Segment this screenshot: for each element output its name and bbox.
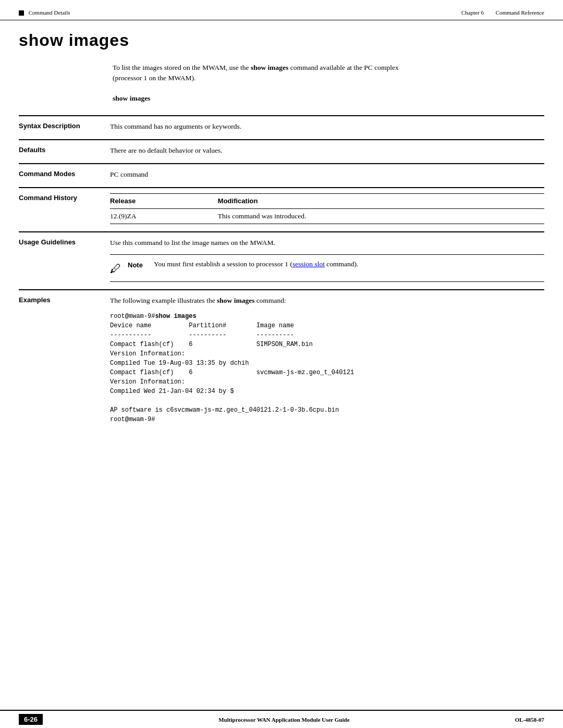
command-history-content: Release Modification 12.(9)ZAThis comman… — [110, 193, 544, 224]
syntax-description-content: This command has no arguments or keyword… — [110, 121, 544, 132]
modification-cell: This command was introduced. — [218, 208, 544, 224]
page-title: show images — [19, 31, 544, 50]
command-modes-content: PC command — [110, 169, 544, 180]
usage-guidelines-section: Usage Guidelines Use this command to lis… — [19, 231, 544, 289]
release-cell: 12.(9)ZA — [110, 208, 218, 224]
note-label: Note — [128, 260, 148, 270]
history-table-header-row: Release Modification — [110, 194, 544, 209]
history-col-modification: Modification — [218, 194, 544, 209]
note-box: 🖊 Note You must first establish a sessio… — [110, 254, 544, 282]
defaults-content: There are no default behavior or values. — [110, 145, 544, 156]
examples-label: Examples — [19, 295, 110, 424]
examples-intro: The following example illustrates the sh… — [110, 295, 544, 306]
table-row: 12.(9)ZAThis command was introduced. — [110, 208, 544, 224]
usage-guidelines-label: Usage Guidelines — [19, 238, 110, 282]
main-content: show images To list the images stored on… — [0, 20, 563, 473]
command-history-label: Command History — [19, 193, 110, 224]
code-block: root@mwam-9#show images Device name Part… — [110, 312, 544, 424]
note-text: You must first establish a session to pr… — [154, 259, 358, 269]
header-chapter-section: Chapter 6 Command Reference — [451, 9, 544, 16]
syntax-description-section: Syntax Description This command has no a… — [19, 115, 544, 139]
note-icon: 🖊 — [110, 260, 121, 277]
examples-section: Examples The following example illustrat… — [19, 289, 544, 431]
page-header: Command Details Chapter 6 Command Refere… — [0, 0, 563, 20]
footer-doc-title: Multiprocessor WAN Application Module Us… — [53, 717, 515, 723]
usage-guidelines-content: Use this command to list the image names… — [110, 238, 544, 282]
session-slot-link[interactable]: session slot — [292, 260, 325, 268]
defaults-label: Defaults — [19, 145, 110, 156]
examples-content: The following example illustrates the sh… — [110, 295, 544, 424]
history-table: Release Modification 12.(9)ZAThis comman… — [110, 193, 544, 224]
syntax-description-label: Syntax Description — [19, 121, 110, 132]
history-col-release: Release — [110, 194, 218, 209]
intro-paragraph: To list the images stored on the MWAM, u… — [113, 63, 544, 84]
footer-doc-number: OL-4858-07 — [515, 717, 544, 723]
command-modes-label: Command Modes — [19, 169, 110, 180]
command-modes-section: Command Modes PC command — [19, 163, 544, 187]
page-number: 6-26 — [19, 714, 43, 725]
command-history-section: Command History Release Modification 12.… — [19, 187, 544, 231]
breadcrumb: Command Details — [19, 9, 70, 16]
defaults-section: Defaults There are no default behavior o… — [19, 139, 544, 163]
page-footer: 6-26 Multiprocessor WAN Application Modu… — [0, 710, 563, 728]
command-display: show images — [113, 94, 544, 103]
